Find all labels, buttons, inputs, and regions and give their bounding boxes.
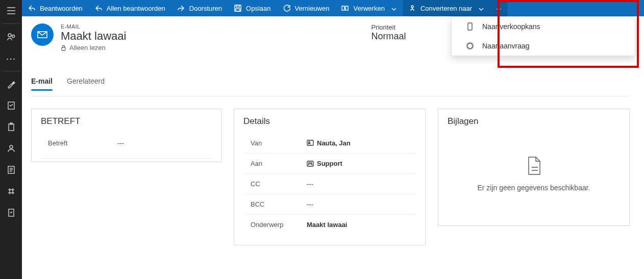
convert-to-opportunity[interactable]: Naar verkoopkans xyxy=(452,17,635,36)
priority-label: Prioriteit xyxy=(371,23,406,31)
record-type-avatar xyxy=(31,23,54,46)
nav-menu-button[interactable] xyxy=(0,0,22,21)
svg-rect-10 xyxy=(236,9,240,11)
ellipsis-icon: ··· xyxy=(6,55,16,62)
cc-value[interactable]: --- xyxy=(307,180,313,188)
reply-all-button[interactable]: Allen beantwoorden xyxy=(89,0,171,16)
from-value-text: Nauta, Jan xyxy=(317,139,351,147)
refresh-label: Vernieuwen xyxy=(295,5,330,12)
chevron-down-icon xyxy=(479,8,484,11)
file-icon xyxy=(526,156,542,176)
betreft-title: BETREFT xyxy=(41,116,212,126)
sidebar-reports[interactable] xyxy=(0,95,22,116)
refresh-icon xyxy=(283,5,290,12)
card-bijlagen: Bijlagen Er zijn geen gegevens beschikba… xyxy=(438,109,630,226)
save-button[interactable]: Opslaan xyxy=(228,0,277,16)
save-label: Opslaan xyxy=(246,5,270,12)
forward-button[interactable]: Doorsturen xyxy=(171,0,228,16)
cc-label: CC xyxy=(243,180,307,188)
from-value[interactable]: Nauta, Jan xyxy=(307,139,351,147)
betreft-label: Betreft xyxy=(41,139,117,147)
wrench-icon xyxy=(7,80,16,89)
svg-rect-17 xyxy=(62,47,65,50)
svg-rect-14 xyxy=(468,23,472,30)
convert-opp-label: Naar verkoopkans xyxy=(482,22,540,31)
forward-label: Doorsturen xyxy=(189,5,222,12)
document-check-icon xyxy=(7,101,16,110)
person-icon xyxy=(7,144,16,153)
bcc-value[interactable]: --- xyxy=(307,200,313,208)
tab-email[interactable]: E-mail xyxy=(31,77,53,96)
svg-point-22 xyxy=(311,163,312,164)
from-label: Van xyxy=(243,139,307,147)
sidebar: ··· xyxy=(0,0,22,279)
ellipsis-icon: ··· xyxy=(496,5,502,12)
sidebar-more[interactable]: ··· xyxy=(0,47,22,69)
reply-button[interactable]: Beantwoorden xyxy=(22,0,89,16)
priority-value: Normaal xyxy=(371,31,406,42)
readonly-badge: Alleen lezen xyxy=(61,44,126,52)
globe-icon xyxy=(7,187,16,196)
hamburger-icon xyxy=(7,6,16,15)
form-icon xyxy=(7,165,16,174)
save-icon xyxy=(234,5,241,12)
svg-point-5 xyxy=(10,145,13,148)
lock-icon xyxy=(61,44,66,51)
details-title: Details xyxy=(243,116,416,126)
svg-rect-11 xyxy=(342,6,344,10)
mail-icon xyxy=(37,31,47,38)
reply-icon xyxy=(28,5,35,12)
svg-rect-20 xyxy=(307,161,313,166)
convert-dropdown: Naar verkoopkans Naar aanvraag xyxy=(451,16,635,56)
sidebar-forms[interactable] xyxy=(0,159,22,181)
to-value-text: Support xyxy=(317,160,342,167)
process-icon xyxy=(341,5,349,12)
svg-point-19 xyxy=(309,142,310,143)
reply-all-label: Allen beantwoorden xyxy=(107,5,165,12)
svg-rect-9 xyxy=(236,5,239,7)
svg-rect-12 xyxy=(345,6,348,10)
sidebar-contact[interactable] xyxy=(0,138,22,159)
forward-icon xyxy=(178,5,185,12)
chevron-down-icon xyxy=(391,8,397,11)
svg-point-1 xyxy=(12,35,14,38)
tabs: E-mail Gerelateerd xyxy=(31,77,630,96)
reply-all-icon xyxy=(95,5,102,12)
convert-case-label: Naar aanvraag xyxy=(482,42,530,50)
sidebar-dashboard[interactable] xyxy=(0,116,22,138)
page-title: Maakt lawaai xyxy=(61,30,126,43)
betreft-value[interactable]: --- xyxy=(117,139,124,147)
record-overline: E-MAIL xyxy=(61,23,126,30)
process-label: Verwerken xyxy=(353,5,384,12)
bcc-label: BCC xyxy=(243,200,307,208)
subject-value[interactable]: Maakt lawaai xyxy=(307,221,348,229)
sidebar-tools[interactable] xyxy=(0,73,22,95)
convert-to-case[interactable]: Naar aanvraag xyxy=(452,36,635,56)
case-icon xyxy=(466,42,474,50)
svg-point-21 xyxy=(309,163,310,164)
sidebar-tasks[interactable] xyxy=(0,202,22,223)
sidebar-language[interactable] xyxy=(0,181,22,202)
team-icon xyxy=(307,160,314,167)
reply-label: Beantwoorden xyxy=(40,5,83,12)
to-value[interactable]: Support xyxy=(307,160,342,167)
checklist-icon xyxy=(7,208,16,217)
svg-rect-18 xyxy=(307,140,313,145)
refresh-button[interactable]: Vernieuwen xyxy=(277,0,336,16)
convert-icon xyxy=(409,5,416,12)
to-label: Aan xyxy=(243,160,307,167)
more-commands-button[interactable]: ··· xyxy=(490,0,508,16)
subject-label: Onderwerp xyxy=(243,221,307,229)
contact-card-icon xyxy=(307,139,314,146)
tab-related[interactable]: Gerelateerd xyxy=(67,77,105,96)
svg-point-13 xyxy=(411,6,413,8)
sidebar-sales[interactable] xyxy=(0,26,22,47)
convert-label: Converteren naar xyxy=(420,5,472,12)
people-icon xyxy=(7,32,16,41)
readonly-text: Alleen lezen xyxy=(69,44,106,52)
convert-button[interactable]: Converteren naar xyxy=(403,0,490,16)
opportunity-icon xyxy=(466,22,474,31)
process-button[interactable]: Verwerken xyxy=(335,0,402,16)
svg-rect-3 xyxy=(9,124,14,131)
card-details: Details Van Nauta, Jan Aan Support xyxy=(234,109,426,245)
